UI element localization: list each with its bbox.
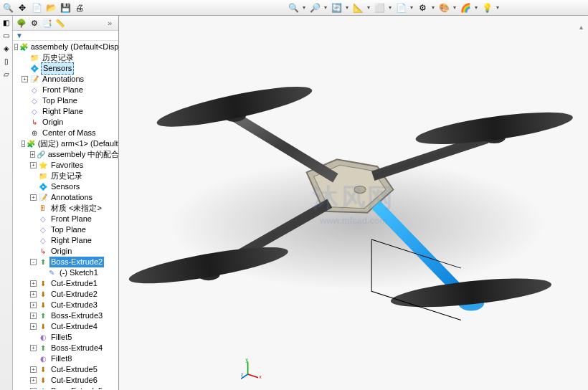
expand-toggle bbox=[39, 270, 45, 276]
front-plane[interactable]: ◇Front Plane bbox=[13, 85, 118, 95]
cut-extrude2[interactable]: +⬇Cut-Extrude2 bbox=[13, 289, 118, 300]
configuration-manager-tab[interactable]: 📑 bbox=[42, 17, 53, 29]
origin-2[interactable]: ↳Origin bbox=[13, 246, 118, 257]
cut-extrude6[interactable]: +⬇Cut-Extrude6 bbox=[13, 375, 118, 386]
expand-toggle bbox=[22, 87, 28, 93]
cut-extrude4-label: Cut-Extrude4 bbox=[49, 321, 99, 332]
fillet5[interactable]: ◐Fillet5 bbox=[13, 332, 118, 343]
boss-extrude4[interactable]: +⬆Boss-Extrude4 bbox=[13, 343, 118, 353]
feature-manager-tab[interactable]: 🌳 bbox=[16, 17, 27, 29]
sketch1[interactable]: ✎(-) Sketch1 bbox=[13, 267, 118, 278]
new-icon[interactable]: 📄 bbox=[30, 1, 43, 14]
annotations-folder-2[interactable]: +📝Annotations bbox=[13, 192, 118, 203]
pan-icon[interactable]: ✥ bbox=[16, 1, 29, 14]
cut-extrude3-label: Cut-Extrude3 bbox=[49, 300, 99, 310]
boss-extrude2[interactable]: -⬆Boss-Extrude2 bbox=[13, 257, 118, 267]
zoom-fit-icon[interactable]: 🔍 bbox=[1, 1, 14, 14]
cut-extrude4[interactable]: +⬇Cut-Extrude4 bbox=[13, 321, 118, 332]
layers-icon[interactable]: 📄 bbox=[394, 1, 407, 14]
expand-toggle[interactable]: - bbox=[14, 44, 18, 50]
orbit-icon-dropdown[interactable]: ▾ bbox=[344, 1, 350, 14]
cut-extrude1[interactable]: +⬇Cut-Extrude1 bbox=[13, 278, 118, 289]
expand-toggle[interactable]: + bbox=[30, 323, 37, 330]
sensors-folder[interactable]: 💠Sensors bbox=[13, 63, 118, 74]
display-style-icon-dropdown[interactable]: ▾ bbox=[387, 1, 393, 14]
expand-toggle[interactable]: - bbox=[22, 141, 25, 147]
filter-icon[interactable]: ▼ bbox=[16, 32, 23, 39]
top-plane-2[interactable]: ◇Top Plane bbox=[13, 224, 118, 235]
history-folder[interactable]: 📁历史记录 bbox=[13, 52, 118, 63]
cut-extrude5[interactable]: +⬇Cut-Extrude5 bbox=[13, 364, 118, 375]
orientation-icon[interactable]: ◧ bbox=[1, 17, 11, 27]
expand-toggle[interactable]: + bbox=[30, 162, 37, 168]
front-plane-label: Front Plane bbox=[41, 85, 85, 95]
mates-in-assembly[interactable]: +🔗assembely 中的配合 bbox=[13, 149, 118, 160]
appearance-icon[interactable]: 🎨 bbox=[437, 1, 450, 14]
expand-toggle[interactable]: + bbox=[30, 280, 37, 287]
cut-extrude6-icon: ⬇ bbox=[38, 376, 48, 386]
print-icon[interactable]: 🖨 bbox=[73, 1, 86, 14]
expand-toggle[interactable]: + bbox=[30, 388, 37, 389]
boss-extrude3[interactable]: +⬆Boss-Extrude3 bbox=[13, 310, 118, 321]
dimxpert-manager-tab[interactable]: 📏 bbox=[54, 17, 66, 29]
save-icon[interactable]: 💾 bbox=[59, 1, 72, 14]
zoom-window-icon-dropdown[interactable]: ▾ bbox=[301, 1, 307, 14]
material[interactable]: 🎚材质 <未指定> bbox=[13, 203, 118, 214]
zoom-window-icon[interactable]: 🔍 bbox=[287, 1, 300, 14]
tabs-overflow-icon[interactable]: » bbox=[104, 17, 115, 29]
history-folder-2[interactable]: 📁历史记录 bbox=[13, 171, 118, 181]
right-plane[interactable]: ◇Right Plane bbox=[13, 106, 118, 117]
expand-toggle[interactable]: + bbox=[22, 76, 28, 82]
render-icon-dropdown[interactable]: ▾ bbox=[495, 1, 501, 14]
favorites-folder[interactable]: +⭐Favorites bbox=[13, 160, 118, 171]
arm-part[interactable]: -🧩(固定) arm<1> (Default bbox=[13, 138, 118, 149]
zoom-area-icon-dropdown[interactable]: ▾ bbox=[323, 1, 328, 14]
top-plane-icon: ◇ bbox=[29, 96, 39, 106]
expand-toggle[interactable]: + bbox=[30, 291, 37, 298]
open-icon[interactable]: 📂 bbox=[44, 1, 57, 14]
appearance-icon-dropdown[interactable]: ▾ bbox=[452, 1, 457, 14]
expand-toggle bbox=[22, 54, 28, 61]
palette-icon-dropdown[interactable]: ▾ bbox=[473, 1, 479, 14]
property-manager-tab[interactable]: ⚙ bbox=[29, 17, 40, 29]
expand-toggle[interactable]: - bbox=[30, 259, 37, 265]
iso-view-icon[interactable]: ◈ bbox=[1, 43, 11, 53]
layers-icon-dropdown[interactable]: ▾ bbox=[409, 1, 414, 14]
expand-toggle[interactable]: + bbox=[30, 313, 37, 319]
history-folder-icon: 📁 bbox=[29, 53, 39, 63]
origin[interactable]: ↳Origin bbox=[13, 117, 118, 128]
render-icon[interactable]: 💡 bbox=[480, 1, 493, 14]
front-plane-2[interactable]: ◇Front Plane bbox=[13, 214, 118, 224]
drone-model[interactable] bbox=[119, 16, 588, 390]
configurations-icon[interactable]: ⚙ bbox=[416, 1, 429, 14]
front-view-icon[interactable]: ▭ bbox=[1, 30, 11, 40]
expand-toggle[interactable]: + bbox=[30, 345, 37, 351]
top-view-icon[interactable]: ▱ bbox=[1, 69, 11, 79]
feature-tree[interactable]: -🧩assembely (Default<Disp📁历史记录💠Sensors+📝… bbox=[13, 41, 118, 389]
expand-toggle[interactable]: + bbox=[30, 194, 37, 201]
section-icon-dropdown[interactable]: ▾ bbox=[366, 1, 371, 14]
fillet8[interactable]: ◐Fillet8 bbox=[13, 353, 118, 364]
configurations-icon-dropdown[interactable]: ▾ bbox=[430, 1, 436, 14]
boss-extrude5[interactable]: +⬆Boss-Extrude5 bbox=[13, 386, 118, 389]
cut-extrude3[interactable]: +⬇Cut-Extrude3 bbox=[13, 300, 118, 310]
expand-toggle[interactable]: + bbox=[30, 366, 37, 373]
palette-icon[interactable]: 🌈 bbox=[459, 1, 472, 14]
right-plane-2[interactable]: ◇Right Plane bbox=[13, 235, 118, 246]
expand-toggle[interactable]: + bbox=[30, 302, 37, 308]
center-of-mass[interactable]: ⊕Center of Mass bbox=[13, 128, 118, 138]
display-style-icon[interactable]: ⬜ bbox=[373, 1, 386, 14]
section-icon[interactable]: 📐 bbox=[351, 1, 364, 14]
annotations-folder-2-icon: 📝 bbox=[38, 193, 48, 203]
top-plane[interactable]: ◇Top Plane bbox=[13, 95, 118, 106]
expand-toggle[interactable]: + bbox=[30, 151, 35, 158]
feature-tree-pane: 🌳⚙📑📏» ▼ -🧩assembely (Default<Disp📁历史记录💠S… bbox=[13, 16, 119, 390]
root-assembly[interactable]: -🧩assembely (Default<Disp bbox=[13, 42, 118, 52]
orbit-icon[interactable]: 🔄 bbox=[330, 1, 343, 14]
sensors-folder-2[interactable]: 💠Sensors bbox=[13, 181, 118, 192]
annotations-folder[interactable]: +📝Annotations bbox=[13, 74, 118, 85]
expand-toggle[interactable]: + bbox=[30, 377, 37, 384]
right-view-icon[interactable]: ▯ bbox=[1, 56, 11, 66]
zoom-area-icon[interactable]: 🔎 bbox=[308, 1, 321, 14]
graphics-viewport[interactable]: ▴ bbox=[119, 16, 588, 390]
